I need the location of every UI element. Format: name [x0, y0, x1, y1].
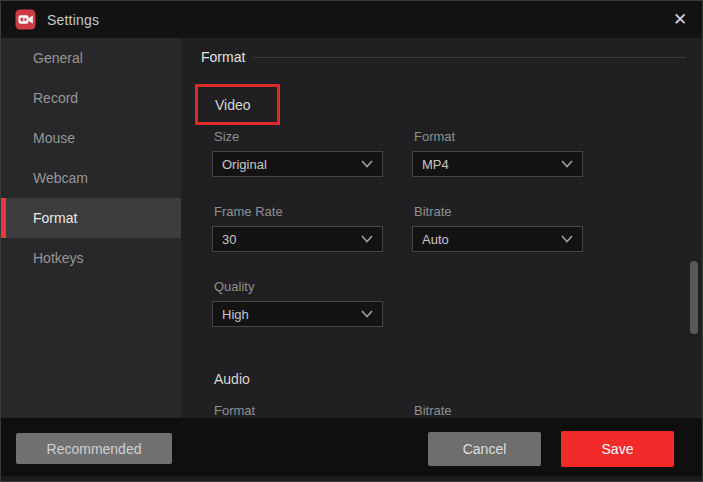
- settings-window: Settings ✕ General Record Mouse Webcam F…: [0, 0, 703, 482]
- video-format-dropdown[interactable]: MP4: [412, 151, 583, 177]
- recommended-button[interactable]: Recommended: [16, 433, 172, 464]
- sidebar-item-general[interactable]: General: [1, 38, 181, 78]
- footer-bar: Recommended Cancel Save: [1, 418, 702, 476]
- sidebar-item-mouse[interactable]: Mouse: [1, 118, 181, 158]
- page-title: Format: [201, 49, 245, 65]
- size-dropdown[interactable]: Original: [212, 151, 383, 177]
- cancel-button[interactable]: Cancel: [428, 432, 541, 466]
- sidebar-item-format[interactable]: Format: [1, 198, 181, 238]
- video-section-highlight: Video: [195, 84, 280, 125]
- chevron-down-icon: [561, 160, 573, 168]
- sidebar-item-hotkeys[interactable]: Hotkeys: [1, 238, 181, 278]
- size-label: Size: [214, 129, 383, 144]
- quality-value: High: [222, 307, 249, 322]
- close-button[interactable]: ✕: [664, 1, 696, 38]
- quality-label: Quality: [214, 279, 383, 294]
- frame-rate-dropdown[interactable]: 30: [212, 226, 383, 252]
- sidebar: General Record Mouse Webcam Format Hotke…: [1, 38, 181, 418]
- format-panel: Format Video Size Original Format MP4 Fr…: [181, 38, 702, 418]
- audio-bitrate-label: Bitrate: [414, 403, 452, 418]
- frame-rate-label: Frame Rate: [214, 204, 383, 219]
- save-button[interactable]: Save: [561, 431, 674, 467]
- video-bitrate-field: Bitrate Auto: [412, 204, 583, 252]
- video-bitrate-label: Bitrate: [414, 204, 583, 219]
- app-logo-icon: [15, 9, 36, 30]
- video-format-value: MP4: [422, 157, 449, 172]
- sidebar-item-record[interactable]: Record: [1, 78, 181, 118]
- video-bitrate-value: Auto: [422, 232, 449, 247]
- vertical-scrollbar-thumb[interactable]: [690, 261, 698, 334]
- window-bottom-edge: [1, 476, 702, 481]
- video-bitrate-dropdown[interactable]: Auto: [412, 226, 583, 252]
- quality-dropdown[interactable]: High: [212, 301, 383, 327]
- title-bar: Settings ✕: [1, 1, 702, 38]
- chevron-down-icon: [361, 310, 373, 318]
- size-value: Original: [222, 157, 267, 172]
- sidebar-item-webcam[interactable]: Webcam: [1, 158, 181, 198]
- audio-format-label: Format: [214, 403, 255, 418]
- chevron-down-icon: [361, 160, 373, 168]
- frame-rate-field: Frame Rate 30: [212, 204, 383, 252]
- video-format-label: Format: [414, 129, 583, 144]
- chevron-down-icon: [561, 235, 573, 243]
- quality-field: Quality High: [212, 279, 383, 327]
- video-format-field: Format MP4: [412, 129, 583, 177]
- close-icon: ✕: [673, 9, 687, 30]
- video-section-title: Video: [215, 97, 251, 113]
- header-divider: [253, 57, 686, 58]
- audio-section-title: Audio: [214, 371, 250, 387]
- frame-rate-value: 30: [222, 232, 236, 247]
- chevron-down-icon: [361, 235, 373, 243]
- size-field: Size Original: [212, 129, 383, 177]
- window-title: Settings: [47, 12, 99, 28]
